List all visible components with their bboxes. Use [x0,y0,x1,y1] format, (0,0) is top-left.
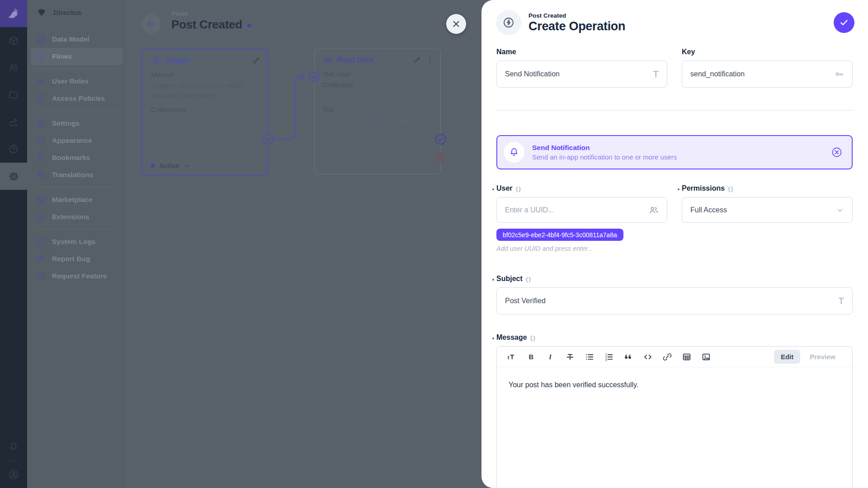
bell-icon [509,147,519,158]
nav-divider [36,111,118,111]
user-uuid-placeholder: Enter a UUID... [505,206,554,214]
subject-input[interactable]: Post Verified T [496,287,853,314]
message-textarea[interactable]: Your post has been verified successfully… [497,367,852,403]
create-operation-drawer: Post Created Create Operation Name Send … [481,0,868,488]
flow-status-toggle[interactable]: Active [151,162,190,169]
sidebar-item-label: Flows [52,52,72,61]
name-input[interactable]: Send Notification T [496,61,667,88]
svg-text:3: 3 [605,358,607,361]
user-label: User [496,184,513,192]
notifications-button[interactable] [0,433,27,460]
sidebar-item-appearance[interactable]: Appearance [31,132,123,149]
database-icon [36,34,46,44]
bookmark-icon [36,153,46,163]
status-dot [151,164,155,168]
name-label: Name [496,48,516,56]
nav-divider [36,229,118,230]
sidebar-item-label: Marketplace [52,196,93,204]
strikethrough-icon[interactable] [565,352,575,362]
arrow-left-icon [146,19,157,29]
sidebar-item-bookmarks[interactable]: Bookmarks [31,149,123,166]
operation-type-banner[interactable]: Send Notification Send an in-app notific… [496,135,853,169]
gear-icon [8,171,19,182]
sidebar-item-data-model[interactable]: Data Model [31,31,123,48]
check-icon [839,17,849,28]
edit-pencil-icon[interactable] [252,56,261,65]
sidebar-item-extensions[interactable]: Extensions [31,208,123,225]
project-header[interactable]: Directus [27,2,127,23]
deselect-operation-icon[interactable] [831,146,843,158]
sidebar-item-settings[interactable]: Settings [31,115,123,132]
save-button[interactable] [834,12,854,33]
subject-label: Subject [496,275,523,283]
project-logo-icon [36,7,47,18]
link-icon[interactable] [662,352,672,362]
bold-icon[interactable]: B [526,352,536,362]
sidebar-item-user-roles[interactable]: User Roles [31,73,123,90]
collection-label: Collection [323,80,432,90]
sidebar-item-flows[interactable]: Flows [31,48,123,65]
raw-value-icon[interactable]: { } [530,334,536,341]
user-uuid-chip[interactable]: bf02c5e9-ebe2-4bf4-9fc5-3c00811a7a8a [496,229,623,241]
bug-icon [36,254,46,264]
raw-value-icon[interactable]: { } [526,276,531,282]
table-icon[interactable] [682,352,692,362]
kebab-menu-icon[interactable] [426,56,434,64]
select-users-icon[interactable] [649,205,659,215]
sidebar-item-request-feature[interactable]: Request Feature [31,267,123,285]
sidebar-item-marketplace[interactable]: Marketplace [31,191,123,208]
image-icon[interactable] [701,352,711,362]
user-menu-button[interactable] [0,461,27,488]
raw-value-icon[interactable]: { } [516,185,521,192]
key-input[interactable]: send_notification [682,61,853,88]
sidebar-item-system-logs[interactable]: System Logs [31,233,123,250]
users-icon [8,62,19,73]
italic-icon[interactable]: I [546,352,556,362]
permissions-select[interactable]: Full Access [682,197,853,223]
code-icon[interactable] [643,352,653,362]
edited-dot [492,279,494,281]
ordered-list-icon[interactable]: 123 [604,352,614,362]
raw-value-icon[interactable]: { } [728,185,733,192]
module-help[interactable] [0,136,27,163]
edit-tab[interactable]: Edit [774,350,800,364]
flow-panel-trigger[interactable]: Trigger Manual Triggers on manual run wi… [142,49,268,176]
navigation-sidebar: Directus Data Model Flows User Roles A [27,0,127,488]
breadcrumb[interactable]: Flows [172,10,189,17]
sidebar-item-access-policies[interactable]: Access Policies [31,90,123,107]
module-insights[interactable] [0,108,27,136]
bullet-list-icon[interactable] [585,352,594,362]
preview-tab[interactable]: Preview [803,350,842,364]
flow-panel-read-data[interactable]: Read Data Get User Collection directus_u… [314,49,441,174]
back-button[interactable] [142,14,161,33]
heading-icon[interactable]: tT [507,352,517,362]
activity-icon [8,117,19,127]
drawer-title: Create Operation [528,19,625,33]
module-settings[interactable] [0,163,27,190]
drawer-close-button[interactable] [446,14,466,34]
sidebar-item-report-bug[interactable]: Report Bug [31,250,123,267]
module-users[interactable] [0,54,27,81]
storefront-icon [36,195,46,205]
operation-type-icon-circle [496,10,521,35]
svg-text:T: T [510,353,514,360]
sidebar-item-translations[interactable]: Translations [31,166,123,183]
key-label: Key [682,48,695,56]
drawer-breadcrumb[interactable]: Post Created [528,12,625,19]
edited-dot [492,188,494,190]
unsaved-dot [247,23,251,28]
directus-logo[interactable] [0,0,27,27]
verified-badge-icon [36,271,46,281]
module-data-model[interactable] [0,27,27,54]
user-input-hint: Add user UUID and press enter... [496,245,667,252]
user-uuid-input[interactable]: Enter a UUID... [496,197,667,223]
svg-text:B: B [529,353,534,360]
trigger-description: Triggers on manual run within selected c… [151,80,259,102]
text-type-icon: T [838,296,844,306]
edit-pencil-icon[interactable] [413,56,421,64]
svg-text:t: t [508,354,509,360]
blockquote-icon[interactable] [623,352,633,362]
folder-icon [8,89,19,100]
bolt-circle-icon [502,16,515,29]
module-files[interactable] [0,81,27,108]
